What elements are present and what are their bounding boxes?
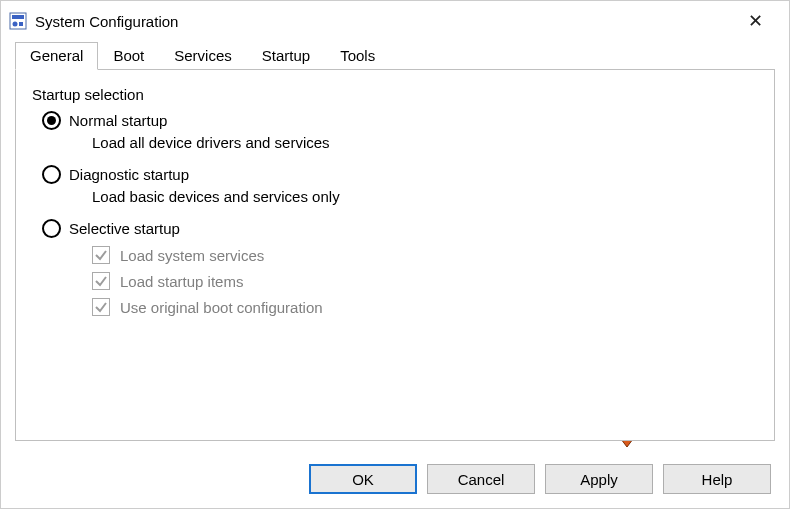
radio-selective-startup[interactable]: Selective startup [42,219,758,238]
tab-general[interactable]: General [15,42,98,70]
close-icon[interactable]: ✕ [735,10,775,32]
tab-tools[interactable]: Tools [325,42,390,70]
radio-icon [42,111,61,130]
tab-startup[interactable]: Startup [247,42,325,70]
checkbox-icon [92,272,110,290]
cancel-button[interactable]: Cancel [427,464,535,494]
group-label: Startup selection [32,86,758,103]
checkbox-original-boot-config: Use original boot configuration [92,298,758,316]
svg-rect-1 [12,15,24,19]
radio-icon [42,165,61,184]
svg-rect-3 [19,22,23,26]
checkbox-load-startup-items: Load startup items [92,272,758,290]
checkbox-icon [92,298,110,316]
tab-services[interactable]: Services [159,42,247,70]
titlebar: System Configuration ✕ [1,1,789,41]
radio-normal-startup[interactable]: Normal startup [42,111,758,130]
radio-normal-desc: Load all device drivers and services [92,134,758,151]
checkbox-label: Load startup items [120,273,243,290]
radio-label: Diagnostic startup [69,166,189,183]
radio-diagnostic-startup[interactable]: Diagnostic startup [42,165,758,184]
radio-label: Normal startup [69,112,167,129]
radio-label: Selective startup [69,220,180,237]
apply-button[interactable]: Apply [545,464,653,494]
help-button[interactable]: Help [663,464,771,494]
checkbox-icon [92,246,110,264]
dialog-buttons: OK Cancel Apply Help [309,464,771,494]
checkbox-load-system-services: Load system services [92,246,758,264]
tab-boot[interactable]: Boot [98,42,159,70]
radio-diagnostic-desc: Load basic devices and services only [92,188,758,205]
checkbox-label: Use original boot configuration [120,299,323,316]
ok-button[interactable]: OK [309,464,417,494]
svg-point-2 [13,22,18,27]
msconfig-icon [9,12,27,30]
general-panel: Startup selection Normal startup Load al… [15,69,775,441]
checkbox-label: Load system services [120,247,264,264]
window-title: System Configuration [35,13,178,30]
radio-icon [42,219,61,238]
tab-strip: General Boot Services Startup Tools [1,41,789,69]
